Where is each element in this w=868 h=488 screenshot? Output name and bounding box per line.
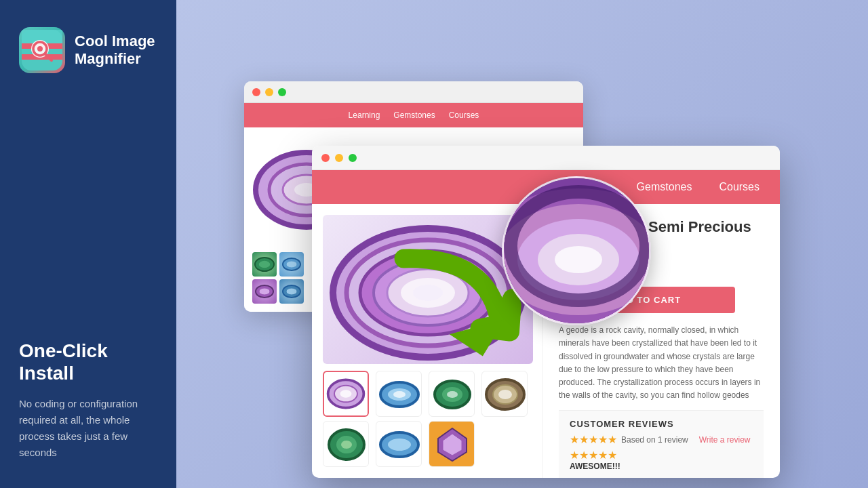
sidebar: Cool Image Magnifier One-Click Install N… bbox=[0, 0, 176, 488]
dot-green bbox=[278, 88, 286, 96]
thumb-geode[interactable] bbox=[481, 371, 528, 417]
svg-point-15 bbox=[286, 261, 297, 268]
one-click-desc: No coding or configuration required at a… bbox=[19, 396, 157, 461]
svg-point-30 bbox=[340, 390, 352, 397]
svg-point-17 bbox=[259, 288, 270, 295]
product-thumbnails-2 bbox=[323, 421, 531, 467]
review-text: AWESOME!!! bbox=[570, 462, 753, 471]
dot-red bbox=[252, 88, 260, 96]
fg-dot-red bbox=[321, 154, 330, 162]
thumb-slice[interactable] bbox=[376, 421, 422, 467]
sidebar-cta: One-Click Install No coding or configura… bbox=[19, 340, 157, 461]
fg-dot-yellow bbox=[335, 154, 343, 162]
svg-point-44 bbox=[387, 438, 412, 451]
svg-point-33 bbox=[393, 391, 406, 398]
thumb-purple-agate[interactable] bbox=[323, 371, 369, 417]
browser-fg-titlebar bbox=[312, 146, 780, 170]
svg-point-13 bbox=[258, 260, 271, 268]
svg-point-19 bbox=[286, 288, 297, 295]
review-stars: ★★★★★ bbox=[570, 449, 617, 461]
one-click-title: One-Click Install bbox=[19, 340, 157, 385]
fg-nav-gemstones: Gemstones bbox=[637, 181, 692, 193]
app-title: Cool Image Magnifier bbox=[75, 33, 157, 68]
magnifier-zoom-circle bbox=[502, 176, 651, 325]
main-content: Learning Gemstones Courses bbox=[176, 0, 868, 488]
svg-point-52 bbox=[555, 246, 602, 273]
svg-point-39 bbox=[498, 390, 512, 399]
bg-nav-learning: Learning bbox=[349, 110, 380, 120]
app-header: Cool Image Magnifier bbox=[19, 27, 157, 73]
dot-yellow bbox=[265, 88, 273, 96]
thumb-amethyst[interactable] bbox=[429, 421, 475, 467]
app-icon bbox=[19, 27, 65, 73]
product-description: A geode is a rock cavity, normally close… bbox=[559, 324, 764, 402]
reviews-title: CUSTOMER REVIEWS bbox=[570, 419, 753, 429]
bg-nav-courses: Courses bbox=[449, 110, 479, 120]
fg-nav-courses: Courses bbox=[719, 181, 760, 193]
svg-point-6 bbox=[37, 46, 43, 52]
write-review-link[interactable]: Write a review bbox=[699, 435, 751, 445]
browser-bg-titlebar bbox=[244, 81, 583, 103]
fg-dot-green bbox=[349, 154, 357, 162]
bg-nav-gemstones: Gemstones bbox=[393, 110, 435, 120]
browser-bg-navbar: Learning Gemstones Courses bbox=[244, 103, 583, 127]
review-stars-row: ★★★★★ bbox=[570, 449, 753, 462]
reviews-section: CUSTOMER REVIEWS ★★★★★ Based on 1 review… bbox=[559, 410, 764, 478]
thumb-malachite[interactable] bbox=[323, 421, 369, 467]
thumb-blue-agate[interactable] bbox=[376, 371, 422, 417]
review-count: Based on 1 review bbox=[621, 435, 688, 445]
review-summary-row: ★★★★★ Based on 1 review Write a review bbox=[570, 433, 753, 446]
stars-icon: ★★★★★ bbox=[570, 433, 617, 446]
svg-point-42 bbox=[341, 441, 352, 449]
product-thumbnails bbox=[323, 371, 531, 417]
svg-point-36 bbox=[447, 391, 458, 398]
